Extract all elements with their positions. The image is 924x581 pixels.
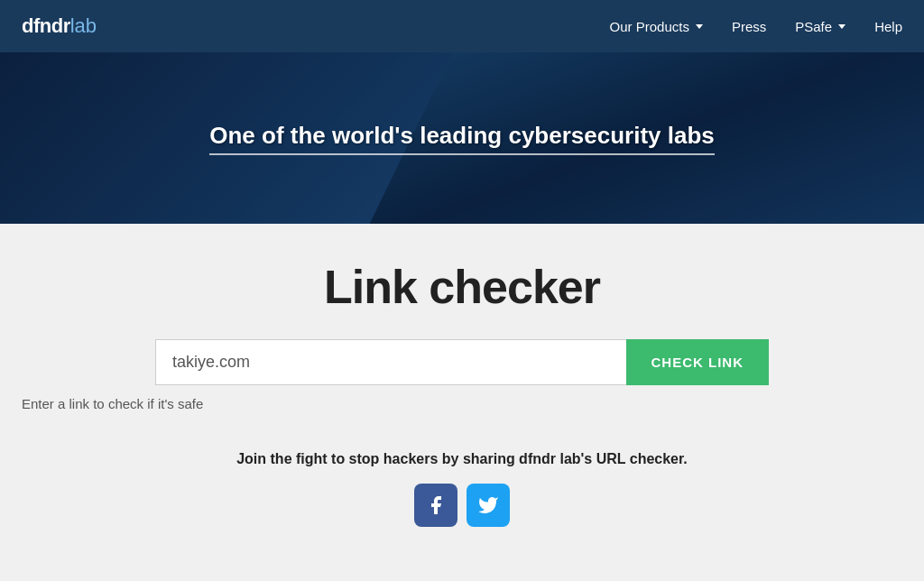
nav-press[interactable]: Press bbox=[732, 19, 766, 34]
nav-help[interactable]: Help bbox=[874, 19, 902, 34]
nav-our-products-label: Our Products bbox=[610, 19, 689, 34]
main-content: Link checker CHECK LINK Enter a link to … bbox=[0, 224, 924, 563]
input-hint: Enter a link to check if it's safe bbox=[22, 396, 635, 411]
twitter-share-button[interactable] bbox=[467, 484, 510, 527]
link-checker-form: CHECK LINK bbox=[155, 339, 769, 385]
url-input[interactable] bbox=[155, 339, 626, 385]
nav-our-products[interactable]: Our Products bbox=[610, 19, 703, 34]
nav-help-label: Help bbox=[874, 19, 902, 34]
facebook-icon bbox=[425, 494, 447, 516]
hero-banner: One of the world's leading cybersecurity… bbox=[0, 52, 924, 224]
logo[interactable]: dfndrlab bbox=[22, 14, 97, 38]
chevron-down-icon bbox=[838, 24, 845, 29]
nav-menu: Our Products Press PSafe Help bbox=[610, 19, 902, 34]
share-text: Join the fight to stop hackers by sharin… bbox=[236, 451, 688, 467]
navbar: dfndrlab Our Products Press PSafe Help bbox=[0, 0, 924, 52]
check-link-button[interactable]: CHECK LINK bbox=[626, 339, 770, 385]
hero-content: One of the world's leading cybersecurity… bbox=[209, 122, 715, 155]
twitter-icon bbox=[477, 494, 499, 516]
facebook-share-button[interactable] bbox=[414, 484, 457, 527]
nav-press-label: Press bbox=[732, 19, 766, 34]
hero-title: One of the world's leading cybersecurity… bbox=[209, 122, 715, 155]
share-section: Join the fight to stop hackers by sharin… bbox=[236, 451, 688, 527]
nav-psafe[interactable]: PSafe bbox=[795, 19, 845, 34]
chevron-down-icon bbox=[696, 24, 703, 29]
social-buttons bbox=[236, 484, 688, 527]
page-title: Link checker bbox=[324, 260, 600, 314]
nav-psafe-label: PSafe bbox=[795, 19, 832, 34]
logo-lab: lab bbox=[70, 14, 97, 38]
logo-dfndr: dfndr bbox=[22, 14, 70, 38]
